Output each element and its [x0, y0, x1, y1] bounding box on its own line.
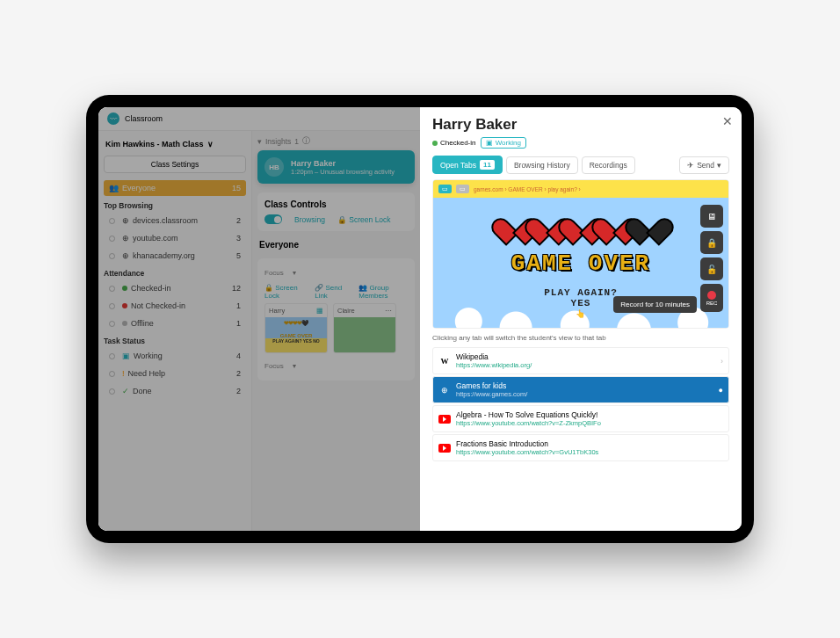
screenlock-action[interactable]: 🔒 Screen Lock — [264, 284, 304, 300]
tab-list-item[interactable]: Fractions Basic Introduction https://www… — [432, 434, 729, 461]
tab-list-item[interactable]: ⊕ Games for kids https://www.games.com/ … — [432, 376, 729, 403]
calendar-icon: ▦ — [316, 307, 323, 315]
lock-button[interactable]: 🔒 — [700, 231, 723, 254]
nav-task-item[interactable]: ✓Done 2 — [104, 383, 246, 399]
everyone-title: Everyone — [257, 238, 415, 253]
section-top-browsing: Top Browsing — [104, 201, 246, 210]
classroom-app: 〰 Classroom Kim Hawkins - Math Class ∨ C… — [98, 107, 420, 531]
chevron-down-icon: ▾ — [293, 362, 296, 370]
working-icon: ▣ — [486, 139, 493, 147]
class-selector[interactable]: Kim Hawkins - Math Class ∨ — [104, 136, 246, 152]
lock-icon: 🔒 — [337, 215, 347, 224]
sendlink-action[interactable]: 🔗 Send Link — [315, 284, 348, 300]
lock-icon: 🔒 — [264, 284, 273, 292]
student-thumbnail[interactable]: Claire⋯ — [333, 303, 396, 353]
section-task-status: Task Status — [104, 337, 246, 345]
nav-attendance-item[interactable]: Not Checked-in 1 — [104, 298, 246, 314]
wikipedia-icon: W — [438, 355, 451, 367]
app-header: 〰 Classroom — [98, 107, 420, 131]
panel-tabs: Open Tabs 11 Browsing History Recordings… — [432, 156, 729, 174]
tab-recordings[interactable]: Recordings — [582, 156, 635, 174]
info-icon: ⓘ — [302, 136, 310, 147]
help-icon: ! — [122, 369, 125, 378]
globe-icon: ⊕ — [122, 216, 129, 225]
screen-preview: ▭ ▭ games.com › GAME OVER › play again? … — [432, 179, 729, 329]
main-column: ▾Insights 1 ⓘ HB Harry Baker 1:20pm – Un… — [252, 131, 420, 531]
send-icon: ✈ — [687, 161, 694, 170]
tab-list-item[interactable]: W Wikipedia https://www.wikipedia.org/ › — [432, 347, 729, 374]
tab-browsing-history[interactable]: Browsing History — [506, 156, 578, 174]
heart-empty-icon — [633, 207, 663, 233]
send-button[interactable]: ✈ Send ▾ — [679, 156, 729, 174]
record-dot-icon — [707, 291, 716, 300]
monitor-button[interactable]: 🖥 — [700, 205, 723, 228]
record-button[interactable]: REC — [700, 284, 723, 312]
student-name-title: Harry Baker — [432, 116, 729, 134]
sidebar: Kim Hawkins - Math Class ∨ Class Setting… — [98, 131, 252, 531]
close-icon[interactable]: ✕ — [722, 114, 733, 128]
chevron-down-icon: ∨ — [207, 140, 214, 149]
nav-attendance-item[interactable]: Checked-in 12 — [104, 280, 246, 296]
preview-browser-bar: ▭ ▭ games.com › GAME OVER › play again? … — [433, 180, 728, 198]
browsing-toggle[interactable] — [264, 214, 282, 224]
screen-lock-button[interactable]: 🔒 Screen Lock — [337, 215, 391, 224]
open-tabs-list: W Wikipedia https://www.wikipedia.org/ ›… — [432, 347, 729, 461]
nav-task-item[interactable]: ▣Working 4 — [104, 348, 246, 364]
everyone-card: Focus▾ 🔒 Screen Lock 🔗 Send Link 👥 Group… — [257, 258, 415, 381]
working-icon: ▣ — [122, 352, 130, 360]
active-indicator-icon: ● — [719, 386, 723, 395]
globe-icon: ⊕ — [122, 251, 129, 260]
target-icon: ⊕ — [438, 384, 451, 396]
working-status: ▣ Working — [481, 137, 525, 149]
app-logo-icon: 〰 — [107, 112, 119, 125]
insight-card[interactable]: HB Harry Baker 1:20pm – Unusual browsing… — [257, 150, 415, 184]
game-over-text: GAME OVER — [433, 250, 728, 277]
nav-task-item[interactable]: !Need Help 2 — [104, 366, 246, 381]
tab-open-tabs[interactable]: Open Tabs 11 — [432, 156, 503, 174]
record-tooltip: Record for 10 minutes — [613, 296, 697, 313]
users-icon: 👥 — [358, 284, 367, 292]
nav-everyone[interactable]: 👥 Everyone 15 — [104, 180, 246, 196]
class-settings-button[interactable]: Class Settings — [104, 156, 246, 173]
nav-browsing-item[interactable]: ⊕youtube.com 3 — [104, 230, 246, 246]
hearts-row — [433, 207, 728, 233]
users-icon: 👥 — [109, 184, 119, 192]
hint-text: Clicking any tab will switch the student… — [432, 334, 729, 342]
class-controls-card: Class Controls Browsing 🔒 Screen Lock — [257, 192, 415, 231]
nav-attendance-item[interactable]: Offline 1 — [104, 315, 246, 331]
section-attendance: Attendance — [104, 269, 246, 278]
student-thumbnail[interactable]: Harry▦ ❤❤❤❤🖤 GAME OVER PLAY AGAIN? YES N… — [264, 303, 328, 353]
unlock-button[interactable]: 🔓 — [700, 257, 723, 280]
chevron-down-icon: ▾ — [717, 161, 721, 170]
chevron-down-icon: ▾ — [293, 269, 296, 277]
checked-in-status: Checked-in — [432, 139, 475, 147]
nav-browsing-item[interactable]: ⊕khanacademy.org 5 — [104, 248, 246, 264]
avatar: HB — [264, 157, 284, 177]
lock-icon: 🔒 — [706, 238, 717, 248]
groupmembers-action[interactable]: 👥 Group Members — [358, 284, 408, 300]
app-name: Classroom — [125, 114, 163, 123]
done-icon: ✓ — [122, 387, 129, 395]
unlock-icon: 🔓 — [706, 265, 717, 274]
chevron-right-icon: › — [721, 357, 723, 366]
youtube-icon — [438, 413, 451, 425]
nav-browsing-item[interactable]: ⊕devices.classroom 2 — [104, 213, 246, 228]
tab-list-item[interactable]: Algebra - How To Solve Equations Quickly… — [432, 405, 729, 432]
link-icon: 🔗 — [315, 284, 323, 292]
insights-header[interactable]: ▾Insights 1 ⓘ — [257, 136, 415, 147]
globe-icon: ⊕ — [122, 234, 129, 243]
monitor-icon: 🖥 — [707, 212, 716, 221]
youtube-icon — [438, 442, 451, 454]
student-detail-panel: ✕ Harry Baker Checked-in ▣ Working Open … — [420, 107, 742, 531]
